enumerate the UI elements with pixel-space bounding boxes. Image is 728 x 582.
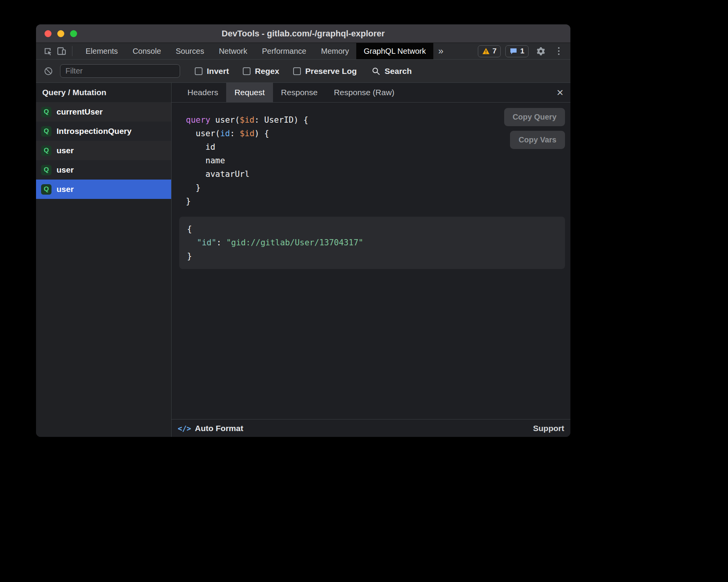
window-title: DevTools - gitlab.com/-/graphql-explorer bbox=[36, 29, 570, 39]
code-line: } bbox=[187, 250, 557, 263]
query-type-badge-icon: Q bbox=[41, 165, 52, 175]
code-token: $id bbox=[240, 129, 254, 138]
code-token: id bbox=[186, 142, 215, 152]
checkbox-box-icon bbox=[243, 67, 251, 75]
query-label: user bbox=[57, 185, 74, 194]
detail-footer: </> Auto Format Support bbox=[172, 419, 570, 437]
query-label: IntrospectionQuery bbox=[57, 127, 132, 136]
close-detail-icon[interactable]: × bbox=[556, 87, 563, 98]
devtools-window: DevTools - gitlab.com/-/graphql-explorer… bbox=[36, 24, 570, 437]
detail-tab-strip: HeadersRequestResponseResponse (Raw) bbox=[179, 83, 403, 102]
query-label: user bbox=[57, 165, 74, 175]
code-token: } bbox=[186, 183, 201, 192]
checkbox-label: Invert bbox=[207, 67, 229, 76]
code-token bbox=[187, 238, 197, 247]
request-detail-panel: HeadersRequestResponseResponse (Raw) × C… bbox=[172, 83, 570, 437]
code-line: } bbox=[186, 181, 570, 195]
code-token: "id" bbox=[197, 238, 216, 247]
kebab-menu-icon[interactable] bbox=[552, 44, 566, 58]
query-list: QcurrentUserQIntrospectionQueryQuserQuse… bbox=[36, 102, 171, 199]
warning-count: 7 bbox=[493, 47, 497, 55]
variables-box: { "id": "gid://gitlab/User/13704317"} bbox=[179, 217, 565, 269]
issues-badge[interactable]: 1 bbox=[505, 45, 529, 57]
detail-tab-headers[interactable]: Headers bbox=[179, 83, 226, 102]
tab-network[interactable]: Network bbox=[211, 43, 254, 59]
code-token: { bbox=[187, 224, 192, 234]
request-tab-content: Copy Query Copy Vars query user($id: Use… bbox=[172, 103, 570, 419]
detail-tab-response-raw[interactable]: Response (Raw) bbox=[326, 83, 402, 102]
query-row-user-2[interactable]: Quser bbox=[36, 141, 171, 160]
code-line: "id": "gid://gitlab/User/13704317" bbox=[187, 236, 557, 250]
code-token: "gid://gitlab/User/13704317" bbox=[226, 238, 363, 247]
query-row-user-4[interactable]: Quser bbox=[36, 180, 171, 199]
toolbar-separator bbox=[72, 46, 72, 56]
code-line: } bbox=[186, 195, 570, 208]
device-frames-icon bbox=[57, 46, 67, 56]
more-tabs-button[interactable]: » bbox=[433, 43, 448, 59]
tab-graphql-network[interactable]: GraphQL Network bbox=[356, 43, 433, 59]
copy-query-button[interactable]: Copy Query bbox=[504, 108, 565, 126]
warnings-badge[interactable]: 7 bbox=[478, 45, 501, 57]
detail-tab-request[interactable]: Request bbox=[226, 83, 273, 102]
inspect-cursor-icon bbox=[43, 46, 53, 56]
code-token: } bbox=[186, 197, 191, 206]
checkbox-box-icon bbox=[293, 67, 301, 75]
query-row-introspectionquery-1[interactable]: QIntrospectionQuery bbox=[36, 122, 171, 141]
detail-tab-bar: HeadersRequestResponseResponse (Raw) × bbox=[172, 83, 570, 103]
query-sidebar: Query / Mutation QcurrentUserQIntrospect… bbox=[36, 83, 172, 437]
support-link[interactable]: Support bbox=[533, 424, 564, 433]
main-tab-strip: ElementsConsoleSourcesNetworkPerformance… bbox=[78, 43, 433, 59]
checkbox-box-icon bbox=[195, 67, 203, 75]
tab-performance[interactable]: Performance bbox=[255, 43, 314, 59]
warning-triangle-icon bbox=[482, 48, 490, 55]
code-token: name bbox=[186, 156, 225, 165]
detail-tab-response[interactable]: Response bbox=[273, 83, 326, 102]
zoom-window-button[interactable] bbox=[70, 30, 77, 37]
code-token: user( bbox=[210, 115, 240, 125]
code-line: { bbox=[187, 223, 557, 236]
code-token: query bbox=[186, 115, 210, 125]
query-row-user-3[interactable]: Quser bbox=[36, 160, 171, 180]
minimize-window-button[interactable] bbox=[57, 30, 64, 37]
tab-console[interactable]: Console bbox=[125, 43, 168, 59]
query-type-badge-icon: Q bbox=[41, 146, 52, 156]
invert-checkbox[interactable]: Invert bbox=[195, 67, 229, 76]
device-toolbar-icon[interactable] bbox=[55, 44, 69, 58]
close-window-button[interactable] bbox=[45, 30, 52, 37]
variables-code: { "id": "gid://gitlab/User/13704317"} bbox=[187, 223, 557, 263]
query-type-badge-icon: Q bbox=[41, 126, 52, 137]
query-label: currentUser bbox=[57, 107, 103, 116]
query-type-badge-icon: Q bbox=[41, 107, 52, 117]
search-control[interactable]: Search bbox=[371, 67, 412, 76]
inspect-element-icon[interactable] bbox=[41, 44, 55, 58]
checkbox-label: Preserve Log bbox=[305, 67, 357, 76]
message-bubble-icon bbox=[510, 48, 517, 55]
tab-elements[interactable]: Elements bbox=[78, 43, 125, 59]
code-token: : UserID) { bbox=[254, 115, 308, 125]
panel-content: Query / Mutation QcurrentUserQIntrospect… bbox=[36, 83, 570, 437]
copy-button-stack: Copy Query Copy Vars bbox=[504, 108, 565, 149]
checkbox-label: Regex bbox=[255, 67, 279, 76]
query-row-currentuser-0[interactable]: QcurrentUser bbox=[36, 102, 171, 122]
copy-vars-button[interactable]: Copy Vars bbox=[510, 131, 565, 149]
devtools-toolbar: ElementsConsoleSourcesNetworkPerformance… bbox=[36, 43, 570, 60]
filter-input[interactable] bbox=[60, 64, 180, 78]
auto-format-button[interactable]: Auto Format bbox=[195, 424, 243, 433]
circle-slash-icon bbox=[44, 67, 53, 76]
preserve-log-checkbox[interactable]: Preserve Log bbox=[293, 67, 357, 76]
clear-icon[interactable] bbox=[41, 64, 55, 78]
code-token: } bbox=[187, 252, 192, 261]
search-label: Search bbox=[385, 67, 412, 76]
gear-icon bbox=[536, 46, 545, 56]
tab-memory[interactable]: Memory bbox=[314, 43, 356, 59]
code-token: $id bbox=[240, 115, 254, 125]
three-dots-icon bbox=[558, 47, 560, 55]
query-list-header: Query / Mutation bbox=[36, 83, 171, 102]
settings-gear-icon[interactable] bbox=[533, 44, 547, 58]
regex-checkbox[interactable]: Regex bbox=[243, 67, 279, 76]
code-token: user( bbox=[186, 129, 220, 138]
tab-sources[interactable]: Sources bbox=[168, 43, 211, 59]
code-token: ) { bbox=[254, 129, 269, 138]
code-brackets-icon: </> bbox=[178, 424, 191, 433]
window-titlebar: DevTools - gitlab.com/-/graphql-explorer bbox=[36, 24, 570, 43]
